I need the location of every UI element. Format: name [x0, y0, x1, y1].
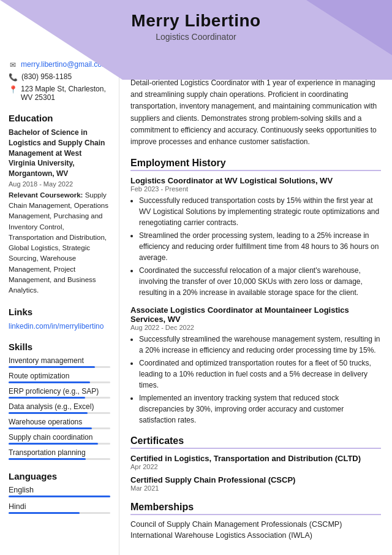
job-bullets: Successfully streamlined the warehouse m…	[130, 334, 381, 426]
skill-item: Data analysis (e.g., Excel)	[9, 402, 110, 414]
linkedin-link[interactable]: linkedin.com/in/merrylibertino	[9, 322, 104, 331]
job-title: Associate Logistics Coordinator at Mount…	[130, 305, 381, 324]
coursework-text: Supply Chain Management, Operations Mana…	[9, 191, 108, 294]
skill-item: Route optimization	[9, 372, 110, 383]
languages-list: English Hindi	[9, 486, 110, 514]
address-text: 123 Maple St, Charleston, WV 25301	[21, 85, 110, 102]
main-content: Profile Detail-oriented Logistics Coordi…	[119, 54, 392, 555]
languages-title: Languages	[9, 471, 110, 481]
job-bullets: Successfully reduced transportation cost…	[130, 195, 381, 298]
job-bullet: Coordinated the successful relocation of…	[139, 265, 381, 298]
skill-item: Transportation planning	[9, 448, 110, 460]
job-bullet: Successfully streamlined the warehouse m…	[139, 334, 381, 356]
language-bar-bg	[9, 496, 110, 497]
job-bullet: Successfully reduced transportation cost…	[139, 195, 381, 228]
skill-bar-fill	[9, 458, 86, 460]
skill-label: Inventory management	[9, 356, 110, 365]
skill-bar-bg	[9, 397, 110, 399]
skill-bar-fill	[9, 397, 85, 399]
job-title: Logistics Coordinator at WV Logistical S…	[130, 176, 381, 185]
skill-bar-bg	[9, 381, 110, 383]
cert-item: Certified in Logistics, Transportation a…	[130, 454, 381, 470]
links-section: Links linkedin.com/in/merrylibertino	[9, 307, 110, 331]
memberships-list: Council of Supply Chain Management Profe…	[130, 520, 381, 540]
skill-item: Supply chain coordination	[9, 433, 110, 445]
skill-bar-fill	[9, 427, 92, 429]
job-date: Feb 2023 - Present	[130, 185, 381, 193]
membership-item: Council of Supply Chain Management Profe…	[130, 520, 381, 529]
cert-name: Certified Supply Chain Professional (CSC…	[130, 475, 381, 484]
jobs-list: Logistics Coordinator at WV Logistical S…	[130, 176, 381, 426]
links-title: Links	[9, 307, 110, 317]
skill-bar-fill	[9, 412, 88, 414]
memberships-section: Memberships Council of Supply Chain Mana…	[130, 502, 381, 540]
certificates-section: Certificates Certified in Logistics, Tra…	[130, 435, 381, 492]
employment-title: Employment History	[130, 158, 381, 171]
skill-label: Data analysis (e.g., Excel)	[9, 402, 110, 411]
edu-dates: Aug 2018 - May 2022	[9, 180, 110, 188]
language-label: English	[9, 486, 110, 494]
edu-coursework: Relevant Coursework: Supply Chain Manage…	[9, 190, 110, 296]
cert-name: Certified in Logistics, Transportation a…	[130, 454, 381, 463]
language-item: Hindi	[9, 502, 110, 514]
skill-bar-fill	[9, 381, 90, 383]
cert-date: Apr 2022	[130, 463, 381, 470]
skill-label: Warehouse operations	[9, 418, 110, 426]
employment-section: Employment History Logistics Coordinator…	[130, 158, 381, 426]
certificates-title: Certificates	[130, 435, 381, 449]
candidate-title: Logistics Coordinator	[0, 32, 392, 42]
skill-label: Transportation planning	[9, 448, 110, 457]
membership-item: International Warehouse Logistics Associ…	[130, 531, 381, 540]
sidebar: ✉ merry.libertino@gmail.com 📞 (830) 958-…	[0, 54, 119, 555]
language-bar-bg	[9, 512, 110, 514]
skills-section: Skills Inventory management Route optimi…	[9, 342, 110, 460]
skill-label: ERP proficiency (e.g., SAP)	[9, 387, 110, 396]
education-title: Education	[9, 113, 110, 123]
languages-section: Languages English Hindi	[9, 471, 110, 514]
skill-label: Supply chain coordination	[9, 433, 110, 442]
skill-bar-bg	[9, 443, 110, 445]
language-item: English	[9, 486, 110, 497]
certs-list: Certified in Logistics, Transportation a…	[130, 454, 381, 492]
skill-bar-bg	[9, 427, 110, 429]
language-bar-fill	[9, 496, 110, 497]
skill-bar-fill	[9, 443, 98, 445]
skill-item: ERP proficiency (e.g., SAP)	[9, 387, 110, 399]
language-label: Hindi	[9, 502, 110, 511]
job-date: Aug 2022 - Dec 2022	[130, 324, 381, 331]
skills-list: Inventory management Route optimization …	[9, 356, 110, 460]
candidate-name: Merry Libertino	[0, 11, 392, 31]
cert-date: Mar 2021	[130, 484, 381, 492]
skill-bar-bg	[9, 412, 110, 414]
coursework-label: Relevant Coursework:	[9, 191, 83, 199]
skill-item: Warehouse operations	[9, 418, 110, 429]
skill-bar-bg	[9, 366, 110, 368]
profile-text: Detail-oriented Logistics Coordinator wi…	[130, 77, 381, 148]
edu-degree: Bachelor of Science in Logistics and Sup…	[9, 128, 110, 179]
contact-address: 📍 123 Maple St, Charleston, WV 25301	[9, 85, 110, 102]
memberships-title: Memberships	[130, 502, 381, 515]
skill-bar-fill	[9, 366, 95, 368]
location-icon: 📍	[9, 85, 17, 94]
skill-bar-bg	[9, 458, 110, 460]
skills-title: Skills	[9, 342, 110, 352]
job-item: Logistics Coordinator at WV Logistical S…	[130, 176, 381, 298]
header: Merry Libertino Logistics Coordinator	[0, 0, 392, 48]
language-bar-fill	[9, 512, 80, 514]
job-item: Associate Logistics Coordinator at Mount…	[130, 305, 381, 426]
education-section: Education Bachelor of Science in Logisti…	[9, 113, 110, 296]
job-bullet: Streamlined the order processing system,…	[139, 230, 381, 263]
job-bullet: Implemented an inventory tracking system…	[139, 392, 381, 426]
cert-item: Certified Supply Chain Professional (CSC…	[130, 475, 381, 492]
skill-item: Inventory management	[9, 356, 110, 368]
job-bullet: Coordinated and optimized transportation…	[139, 358, 381, 391]
skill-label: Route optimization	[9, 372, 110, 380]
